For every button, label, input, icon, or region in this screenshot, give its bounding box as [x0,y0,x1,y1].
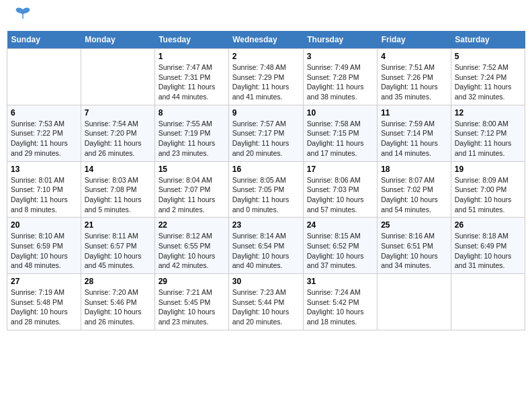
day-number: 1 [159,52,225,61]
daylight-text: Daylight: 10 hours and 34 minutes. [381,251,447,271]
sunrise-text: Sunrise: 8:11 AM [85,231,151,241]
day-info: Sunrise: 7:53 AMSunset: 7:22 PMDaylight:… [11,119,77,158]
day-number: 24 [307,220,373,230]
calendar-cell: 13Sunrise: 8:01 AMSunset: 7:10 PMDayligh… [7,161,81,218]
calendar-week-1: 1Sunrise: 7:47 AMSunset: 7:31 PMDaylight… [7,49,525,105]
day-info: Sunrise: 7:55 AMSunset: 7:19 PMDaylight:… [159,119,225,158]
day-info: Sunrise: 8:12 AMSunset: 6:55 PMDaylight:… [159,231,225,271]
sunrise-text: Sunrise: 7:53 AM [11,119,77,129]
calendar-cell: 5Sunrise: 7:52 AMSunset: 7:24 PMDaylight… [451,49,525,105]
daylight-text: Daylight: 11 hours and 35 minutes. [381,82,447,101]
daylight-text: Daylight: 11 hours and 0 minutes. [232,195,300,214]
daylight-text: Daylight: 11 hours and 26 minutes. [85,138,151,158]
header-wednesday: Wednesday [228,31,303,49]
day-info: Sunrise: 8:04 AMSunset: 7:07 PMDaylight:… [159,175,225,215]
sunset-text: Sunset: 5:44 PM [232,298,300,308]
day-info: Sunrise: 8:06 AMSunset: 7:03 PMDaylight:… [307,175,373,215]
calendar-header-row: SundayMondayTuesdayWednesdayThursdayFrid… [7,31,525,49]
daylight-text: Daylight: 10 hours and 31 minutes. [455,251,521,271]
day-number: 18 [381,165,447,174]
day-number: 12 [455,108,521,118]
calendar-cell: 4Sunrise: 7:51 AMSunset: 7:26 PMDaylight… [378,49,451,105]
day-number: 29 [159,277,225,286]
sunrise-text: Sunrise: 7:59 AM [381,119,447,129]
day-number: 11 [381,108,447,118]
calendar-cell: 2Sunrise: 7:48 AMSunset: 7:29 PMDaylight… [228,49,303,105]
day-number: 19 [455,165,521,174]
day-number: 5 [455,52,521,61]
calendar-cell: 3Sunrise: 7:49 AMSunset: 7:28 PMDaylight… [303,49,377,105]
daylight-text: Daylight: 11 hours and 5 minutes. [85,195,151,214]
calendar-cell: 9Sunrise: 7:57 AMSunset: 7:17 PMDaylight… [228,105,303,161]
day-info: Sunrise: 7:24 AMSunset: 5:42 PMDaylight:… [307,287,373,327]
calendar-week-4: 20Sunrise: 8:10 AMSunset: 6:59 PMDayligh… [7,218,525,274]
daylight-text: Daylight: 10 hours and 28 minutes. [11,307,77,326]
calendar-cell: 19Sunrise: 8:09 AMSunset: 7:00 PMDayligh… [451,161,525,218]
sunset-text: Sunset: 7:14 PM [381,128,447,138]
daylight-text: Daylight: 11 hours and 17 minutes. [307,138,373,158]
calendar-cell: 23Sunrise: 8:14 AMSunset: 6:54 PMDayligh… [228,218,303,274]
day-info: Sunrise: 7:52 AMSunset: 7:24 PMDaylight:… [455,62,521,102]
sunrise-text: Sunrise: 8:10 AM [11,231,77,241]
day-info: Sunrise: 8:01 AMSunset: 7:10 PMDaylight:… [11,175,77,215]
day-info: Sunrise: 8:16 AMSunset: 6:51 PMDaylight:… [381,231,447,271]
calendar-cell: 12Sunrise: 8:00 AMSunset: 7:12 PMDayligh… [451,105,525,161]
day-number: 25 [381,220,447,230]
sunrise-text: Sunrise: 8:18 AM [455,231,521,241]
header-thursday: Thursday [303,31,377,49]
sunset-text: Sunset: 7:17 PM [232,128,300,138]
sunset-text: Sunset: 7:19 PM [159,128,225,138]
calendar-week-2: 6Sunrise: 7:53 AMSunset: 7:22 PMDaylight… [7,105,525,161]
day-info: Sunrise: 7:54 AMSunset: 7:20 PMDaylight:… [85,119,151,158]
daylight-text: Daylight: 11 hours and 2 minutes. [159,195,225,214]
sunset-text: Sunset: 5:42 PM [307,298,373,308]
calendar-cell [81,49,154,105]
calendar-cell: 26Sunrise: 8:18 AMSunset: 6:49 PMDayligh… [451,218,525,274]
calendar-cell: 22Sunrise: 8:12 AMSunset: 6:55 PMDayligh… [154,218,228,274]
calendar-cell: 20Sunrise: 8:10 AMSunset: 6:59 PMDayligh… [7,218,81,274]
header-monday: Monday [81,31,154,49]
sunset-text: Sunset: 7:10 PM [11,185,77,195]
calendar-cell: 24Sunrise: 8:15 AMSunset: 6:52 PMDayligh… [303,218,377,274]
day-number: 7 [85,108,151,118]
sunrise-text: Sunrise: 7:21 AM [159,287,225,298]
daylight-text: Daylight: 11 hours and 38 minutes. [307,82,373,101]
sunset-text: Sunset: 6:52 PM [307,241,373,251]
sunrise-text: Sunrise: 7:48 AM [232,62,300,73]
sunset-text: Sunset: 6:54 PM [232,241,300,251]
day-number: 15 [159,165,225,174]
day-info: Sunrise: 7:48 AMSunset: 7:29 PMDaylight:… [232,62,300,102]
day-number: 10 [307,108,373,118]
day-info: Sunrise: 8:05 AMSunset: 7:05 PMDaylight:… [232,175,300,215]
day-info: Sunrise: 7:23 AMSunset: 5:44 PMDaylight:… [232,287,300,327]
sunset-text: Sunset: 5:45 PM [159,298,225,308]
day-number: 22 [159,220,225,230]
sunset-text: Sunset: 7:07 PM [159,185,225,195]
day-info: Sunrise: 8:07 AMSunset: 7:02 PMDaylight:… [381,175,447,215]
sunrise-text: Sunrise: 7:20 AM [85,287,151,298]
day-number: 28 [85,277,151,286]
daylight-text: Daylight: 10 hours and 54 minutes. [381,195,447,214]
calendar-week-3: 13Sunrise: 8:01 AMSunset: 7:10 PMDayligh… [7,161,525,218]
calendar-cell: 21Sunrise: 8:11 AMSunset: 6:57 PMDayligh… [81,218,154,274]
day-number: 21 [85,220,151,230]
sunset-text: Sunset: 6:49 PM [455,241,521,251]
sunset-text: Sunset: 7:05 PM [232,185,300,195]
day-info: Sunrise: 7:21 AMSunset: 5:45 PMDaylight:… [159,287,225,327]
sunrise-text: Sunrise: 8:01 AM [11,175,77,185]
daylight-text: Daylight: 10 hours and 20 minutes. [232,307,300,326]
calendar-cell: 28Sunrise: 7:20 AMSunset: 5:46 PMDayligh… [81,274,154,330]
daylight-text: Daylight: 11 hours and 23 minutes. [159,138,225,158]
day-number: 30 [232,277,300,286]
daylight-text: Daylight: 11 hours and 20 minutes. [232,138,300,158]
sunrise-text: Sunrise: 8:14 AM [232,231,300,241]
day-number: 26 [455,220,521,230]
sunset-text: Sunset: 5:48 PM [11,298,77,308]
daylight-text: Daylight: 11 hours and 14 minutes. [381,138,447,158]
daylight-text: Daylight: 11 hours and 41 minutes. [232,82,300,101]
calendar-cell: 16Sunrise: 8:05 AMSunset: 7:05 PMDayligh… [228,161,303,218]
sunset-text: Sunset: 7:29 PM [232,73,300,83]
calendar-cell: 7Sunrise: 7:54 AMSunset: 7:20 PMDaylight… [81,105,154,161]
header-tuesday: Tuesday [154,31,228,49]
calendar-cell: 14Sunrise: 8:03 AMSunset: 7:08 PMDayligh… [81,161,154,218]
